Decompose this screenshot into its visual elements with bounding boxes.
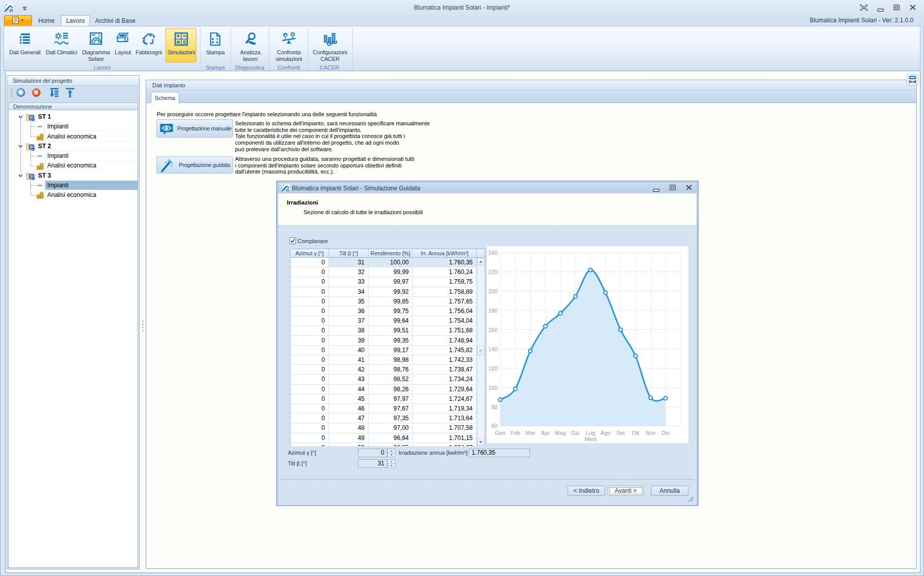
svg-text:200: 200 — [488, 288, 498, 294]
svg-text:100: 100 — [488, 385, 498, 391]
svg-text:Mag: Mag — [555, 430, 566, 436]
svg-text:Ago: Ago — [601, 430, 611, 436]
svg-text:Ott: Ott — [632, 430, 639, 436]
svg-text:240: 240 — [488, 250, 498, 256]
svg-text:Dic: Dic — [662, 430, 670, 436]
svg-text:Mesi: Mesi — [584, 436, 596, 442]
svg-text:Nov: Nov — [646, 430, 656, 436]
svg-text:180: 180 — [488, 308, 498, 314]
svg-text:60: 60 — [491, 423, 498, 429]
svg-text:Apr: Apr — [541, 430, 550, 436]
svg-text:80: 80 — [491, 404, 498, 410]
svg-text:160: 160 — [488, 327, 498, 333]
svg-text:Mar: Mar — [525, 430, 535, 436]
svg-text:Feb: Feb — [511, 430, 520, 436]
svg-text:220: 220 — [488, 269, 498, 275]
svg-text:Lug: Lug — [586, 430, 595, 436]
svg-text:Giu: Giu — [571, 430, 580, 436]
svg-text:120: 120 — [488, 365, 498, 371]
svg-text:B: B — [291, 32, 294, 36]
svg-text:Set: Set — [616, 430, 625, 436]
svg-text:A: A — [284, 33, 286, 37]
svg-text:140: 140 — [488, 346, 498, 352]
svg-text:Gen: Gen — [495, 430, 506, 436]
